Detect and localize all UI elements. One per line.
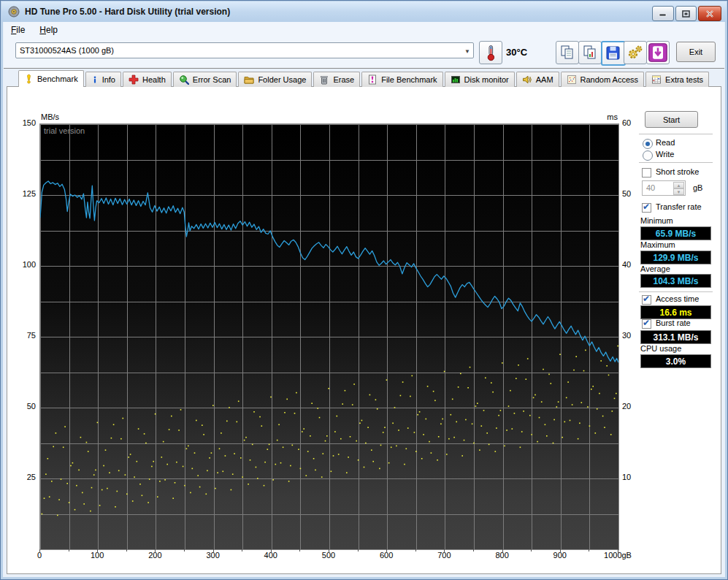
download-button[interactable] — [646, 41, 670, 64]
access-time-dot — [377, 408, 378, 410]
short-stroke-spinner[interactable]: 40 ▲ ▼ — [642, 180, 686, 196]
temperature-value: 30°C — [506, 47, 527, 58]
access-time-dot — [342, 403, 343, 405]
tab-file-benchmark[interactable]: File Benchmark — [361, 72, 442, 87]
access-time-dot — [481, 425, 483, 427]
short-stroke-value: 40 — [646, 183, 655, 192]
access-time-dot — [101, 489, 103, 491]
minimize-button[interactable] — [652, 6, 674, 21]
access-time-dot — [49, 496, 50, 497]
access-time-dot — [359, 423, 361, 424]
read-radio[interactable] — [643, 139, 653, 149]
x-axis-tickmark — [329, 549, 329, 553]
access-time-dot — [207, 470, 208, 472]
access-time-dot — [99, 505, 101, 506]
access-time-dot — [442, 419, 443, 420]
options-button[interactable] — [624, 41, 647, 64]
access-time-dot — [614, 398, 616, 400]
access-time-dot — [602, 416, 604, 417]
write-radio[interactable] — [643, 150, 653, 161]
access-time-dot — [562, 437, 563, 438]
access-time-dot — [113, 424, 115, 426]
access-time-dot — [331, 471, 332, 473]
copy-image-button[interactable] — [578, 41, 602, 64]
save-button[interactable] — [601, 41, 626, 66]
access-time-dot — [221, 432, 222, 434]
access-time-dot — [392, 423, 394, 424]
write-label: Write — [656, 150, 674, 159]
x-axis-tickmark — [39, 549, 40, 553]
y-left-unit: MB/s — [41, 112, 59, 121]
access-time-dot — [109, 472, 110, 473]
access-time-dot — [453, 437, 455, 438]
access-time-dot — [570, 420, 571, 421]
tab-disk-monitor[interactable]: Disk monitor — [445, 72, 515, 87]
access-time-dot — [500, 410, 502, 411]
access-time-dot — [323, 453, 324, 454]
access-time-dot — [183, 466, 184, 468]
transfer-rate-checkbox[interactable] — [642, 203, 651, 213]
maximize-button[interactable] — [675, 6, 697, 21]
tab-health[interactable]: Health — [123, 72, 172, 87]
tab-aam[interactable]: AAM — [516, 72, 559, 87]
menu-file[interactable]: File — [4, 23, 32, 37]
access-time-dot — [107, 488, 108, 489]
access-time-dot — [123, 418, 124, 419]
access-time-dot — [414, 432, 415, 433]
axis-tick-label: 125 — [11, 189, 36, 198]
access-time-dot — [539, 417, 540, 419]
access-time-dot — [95, 470, 96, 471]
close-button[interactable] — [698, 6, 721, 21]
drive-select[interactable]: ST31000524AS (1000 gB) ▼ — [15, 42, 474, 58]
tab-error-scan[interactable]: Error Scan — [173, 72, 237, 87]
x-axis-tickmark — [502, 549, 503, 553]
spinner-up-icon[interactable]: ▲ — [673, 182, 684, 188]
short-stroke-checkbox[interactable] — [642, 168, 651, 178]
separator — [639, 134, 713, 137]
tab-erase[interactable]: Erase — [313, 72, 360, 87]
access-time-dot — [451, 414, 452, 416]
access-time-dot — [429, 441, 430, 443]
access-time-dot — [597, 408, 598, 410]
start-button[interactable]: Start — [645, 111, 698, 128]
x-axis-tickmark — [184, 549, 185, 552]
exit-button[interactable]: Exit — [676, 42, 716, 62]
access-time-dot — [534, 394, 536, 396]
burst-rate-label: Burst rate — [656, 318, 691, 327]
access-time-dot — [518, 365, 519, 366]
access-time-dot — [76, 485, 77, 486]
access-time-dot — [333, 455, 334, 457]
tab-info[interactable]: Info — [85, 72, 121, 87]
access-time-dot — [431, 452, 432, 454]
tab-random-access[interactable]: Random Access — [561, 72, 644, 87]
access-time-dot — [345, 390, 346, 392]
access-time-dot — [269, 444, 270, 446]
info-icon — [91, 75, 99, 85]
x-axis-tickmark — [444, 549, 445, 553]
benchmark-icon — [24, 74, 34, 84]
access-time-checkbox[interactable] — [642, 295, 651, 305]
tab-folder-usage[interactable]: Folder Usage — [238, 72, 312, 87]
access-time-dot — [217, 472, 218, 473]
access-time-dot — [533, 397, 534, 399]
burst-rate-checkbox[interactable] — [642, 319, 651, 329]
access-time-dot — [240, 457, 242, 459]
temperature-button[interactable] — [479, 41, 502, 64]
tab-benchmark[interactable]: Benchmark — [18, 70, 84, 87]
copy-button[interactable] — [556, 41, 579, 64]
access-time-dot — [495, 451, 497, 452]
tab-extra-tests[interactable]: Extra tests — [645, 72, 709, 87]
access-time-dot — [338, 454, 340, 455]
access-time-dot — [358, 459, 359, 461]
access-time-dot — [63, 447, 64, 449]
access-time-dot — [245, 437, 247, 438]
spinner-down-icon[interactable]: ▼ — [673, 188, 684, 195]
access-time-dot — [130, 454, 131, 455]
drive-select-value: ST31000524AS (1000 gB) — [20, 46, 114, 55]
access-time-dot — [120, 438, 122, 440]
access-time-dot — [157, 496, 158, 497]
access-time-dot — [103, 465, 104, 467]
access-time-dot — [504, 446, 505, 447]
access-time-dot — [91, 487, 93, 489]
menu-help[interactable]: Help — [32, 23, 65, 37]
